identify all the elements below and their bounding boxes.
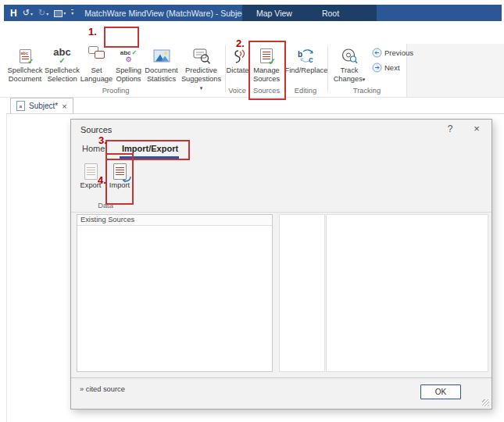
button-label: Dictate [227, 66, 249, 75]
dialog-tab-import-export[interactable]: Import/Export [122, 143, 178, 155]
check-glyph: ✓ [268, 58, 276, 66]
redo-button[interactable]: ↻▾ [38, 8, 48, 18]
ribbon-bottom-border [0, 97, 504, 98]
quick-print-button[interactable]: ▾ [54, 9, 66, 17]
ribbon-empty-area [406, 44, 504, 97]
import-icon [113, 161, 127, 181]
button-label: Manage Sources [251, 66, 282, 84]
resize-grip-icon[interactable] [482, 399, 489, 406]
check-glyph: ✓ [59, 57, 65, 64]
titlebar: H ↺▾ ↻▾ ▾ ▾ MatchWare MindView (MatchWar… [4, 5, 502, 21]
track-changes-icon [341, 45, 358, 66]
dialog-title: Sources [80, 125, 112, 134]
find-replace-button[interactable]: b c Find/Replace [286, 45, 327, 75]
document-statistics-icon [153, 45, 170, 66]
titlebar-view-segment: Map View Root [242, 5, 377, 21]
gear-icon: ⚙ [125, 56, 131, 63]
dialog-footer-border [71, 377, 491, 378]
document-tab-subject[interactable]: a Subject* × [10, 98, 73, 113]
dictate-icon [231, 45, 245, 66]
next-button[interactable]: Next [372, 62, 400, 73]
button-label: Export [80, 181, 102, 189]
redo-icon: ↻ [38, 8, 45, 18]
predictive-suggestions-button[interactable]: Predictive Suggestions ▾ [179, 45, 223, 92]
view-tab-root[interactable]: Root [322, 9, 339, 18]
group-label-sources: Sources [249, 87, 284, 95]
check-glyph: ✓ [27, 58, 34, 66]
cited-source-status: » cited source [80, 385, 125, 393]
find-replace-icon: b c [296, 45, 316, 66]
ribbon: abc✓ Spellcheck Document abc ✓ Spellchec… [0, 44, 504, 97]
button-label: Previous [384, 48, 413, 57]
redo-dropdown-icon[interactable]: ▾ [46, 10, 48, 18]
group-label-editing: Editing [284, 87, 327, 95]
manage-sources-button[interactable]: ✓ Manage Sources [251, 45, 282, 84]
spelling-options-icon: abc✓ ⚙ [120, 45, 138, 66]
set-language-icon [88, 45, 105, 66]
button-label: Track Changes▾ [331, 66, 367, 84]
view-tab-map-view[interactable]: Map View [256, 9, 292, 18]
app-window: H ↺▾ ↻▾ ▾ ▾ MatchWare MindView (MatchWar… [0, 0, 504, 422]
letter-c-glyph: c [309, 55, 313, 64]
quick-print-dropdown-icon[interactable]: ▾ [63, 9, 66, 17]
button-label: Spellcheck Document [6, 66, 44, 84]
spelling-options-button[interactable]: abc✓ ⚙ Spelling Options [113, 45, 144, 84]
button-label: Next [384, 63, 400, 72]
button-label: Spelling Options [113, 66, 144, 84]
ribbon-tab-bar: File Home Insert Review Share View Desig… [0, 21, 504, 44]
next-icon [372, 63, 382, 73]
spellcheck-selection-icon: abc ✓ [53, 45, 70, 66]
previous-icon [372, 48, 382, 58]
close-icon[interactable]: × [62, 102, 66, 111]
dialog-ribbon-border [71, 212, 491, 213]
button-label: Find/Replace [285, 66, 328, 75]
source-preview-panel[interactable] [326, 214, 488, 372]
spellcheck-document-button[interactable]: abc✓ Spellcheck Document [6, 45, 44, 84]
window-title: MatchWare MindView (MatchWare) - Subject [84, 9, 248, 18]
help-icon[interactable]: ? [445, 123, 456, 134]
track-changes-button[interactable]: Track Changes▾ [331, 45, 367, 84]
save-icon[interactable]: H [10, 8, 17, 19]
document-tab-bar-border [6, 113, 504, 114]
export-button[interactable]: Export [77, 161, 104, 189]
dictate-button[interactable]: Dictate [227, 45, 248, 75]
spellcheck-document-icon: abc✓ [20, 45, 31, 66]
spellcheck-selection-button[interactable]: abc ✓ Spellcheck Selection [45, 45, 80, 84]
quick-access-toolbar: H ↺▾ ↻▾ ▾ ▾ [10, 8, 73, 19]
manage-sources-icon: ✓ [260, 45, 273, 66]
predictive-suggestions-icon [192, 45, 211, 66]
active-tab-underline [120, 156, 179, 159]
group-label-tracking: Tracking [327, 87, 406, 95]
import-button[interactable]: Import [106, 161, 133, 189]
source-detail-panel[interactable] [279, 214, 325, 372]
letter-b-glyph: b [298, 50, 302, 59]
check-glyph: ✓ [132, 49, 138, 56]
group-label-voice: Voice [225, 87, 249, 95]
document-tab-label: Subject* [29, 102, 58, 110]
export-icon [84, 161, 98, 181]
group-label-data: Data [77, 202, 134, 209]
close-icon[interactable]: × [471, 123, 482, 134]
existing-sources-header: Existing Sources [77, 215, 272, 226]
abc-glyph: abc [21, 51, 28, 55]
group-separator [249, 45, 250, 92]
ok-button[interactable]: OK [420, 384, 461, 399]
quick-print-icon [54, 10, 63, 17]
button-label: Set Language [80, 66, 113, 84]
button-label: Spellcheck Selection [45, 66, 80, 84]
button-label: Document Statistics [145, 66, 178, 84]
group-label-proofing: Proofing [6, 87, 225, 95]
dialog-tab-home[interactable]: Home [82, 143, 107, 155]
undo-button[interactable]: ↺▾ [23, 8, 33, 18]
sources-dialog: Sources ? × Home Import/Export Export Im… [70, 119, 492, 409]
app-left-border [6, 114, 7, 422]
previous-button[interactable]: Previous [372, 47, 413, 59]
undo-icon: ↺ [23, 8, 30, 18]
dropdown-icon: ▾ [363, 77, 366, 82]
undo-dropdown-icon[interactable]: ▾ [30, 10, 33, 18]
existing-sources-list[interactable]: Existing Sources [77, 214, 273, 372]
set-language-button[interactable]: Set Language [80, 45, 113, 84]
customize-qat-icon[interactable]: ▾ [71, 9, 73, 16]
document-statistics-button[interactable]: Document Statistics [145, 45, 178, 84]
group-separator [327, 45, 328, 92]
